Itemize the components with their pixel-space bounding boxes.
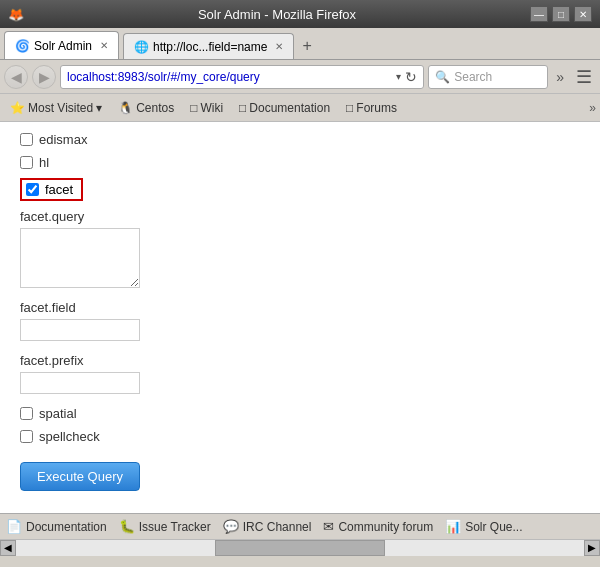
status-issue-tracker[interactable]: 🐛 Issue Tracker [119,519,211,534]
centos-label: Centos [136,101,174,115]
back-icon: ◀ [11,69,22,85]
scroll-track[interactable] [16,540,584,556]
scroll-thumb[interactable] [215,540,385,556]
documentation-status-label: Documentation [26,520,107,534]
community-label: Community forum [338,520,433,534]
execute-query-button[interactable]: Execute Query [20,462,140,491]
back-button[interactable]: ◀ [4,65,28,89]
search-bar[interactable]: 🔍 Search [428,65,548,89]
reload-button[interactable]: ↻ [405,69,417,85]
facet-label[interactable]: facet [45,182,73,197]
irc-icon: 💬 [223,519,239,534]
scroll-left-button[interactable]: ◀ [0,540,16,556]
statusbar: 📄 Documentation 🐛 Issue Tracker 💬 IRC Ch… [0,513,600,539]
facet-query-input[interactable] [20,228,140,288]
facet-prefix-label: facet.prefix [20,353,580,368]
facet-prefix-input[interactable] [20,372,140,394]
status-documentation[interactable]: 📄 Documentation [6,519,107,534]
irc-label: IRC Channel [243,520,312,534]
bookmarks-more-button[interactable]: » [589,101,596,115]
nav-menu-button[interactable]: ☰ [572,66,596,88]
facet-field-group: facet.field [20,300,580,341]
bookmarks-bar: ⭐ Most Visited ▾ 🐧 Centos □ Wiki □ Docum… [0,94,600,122]
documentation-status-icon: 📄 [6,519,22,534]
titlebar: 🦊 Solr Admin - Mozilla Firefox — □ ✕ [0,0,600,28]
hl-label[interactable]: hl [39,155,49,170]
tab-bar: 🌀 Solr Admin ✕ 🌐 http://loc...field=name… [0,28,600,60]
scroll-right-button[interactable]: ▶ [584,540,600,556]
bookmark-most-visited[interactable]: ⭐ Most Visited ▾ [4,99,108,117]
facet-highlighted-box: facet [20,178,83,201]
tab-icon-2: 🌐 [134,40,149,54]
status-irc-channel[interactable]: 💬 IRC Channel [223,519,312,534]
address-text: localhost:8983/solr/#/my_core/query [67,70,392,84]
tab-label: Solr Admin [34,39,92,53]
spatial-checkbox-row: spatial [20,406,580,421]
solr-que-icon: 📊 [445,519,461,534]
tab-field-name[interactable]: 🌐 http://loc...field=name ✕ [123,33,294,59]
forums-label: Forums [356,101,397,115]
content-panel: edismax hl facet facet.query facet.field… [0,122,600,513]
facet-prefix-group: facet.prefix [20,353,580,394]
status-solr-que[interactable]: 📊 Solr Que... [445,519,522,534]
search-icon: 🔍 [435,70,450,84]
most-visited-dropdown-icon: ▾ [96,101,102,115]
titlebar-left: 🦊 [8,7,24,22]
address-dropdown-icon[interactable]: ▾ [396,71,401,82]
tab-label-2: http://loc...field=name [153,40,267,54]
window-controls[interactable]: — □ ✕ [530,6,592,22]
address-bar[interactable]: localhost:8983/solr/#/my_core/query ▾ ↻ [60,65,424,89]
bookmark-centos[interactable]: 🐧 Centos [112,99,180,117]
spellcheck-checkbox-row: spellcheck [20,429,580,444]
minimize-button[interactable]: — [530,6,548,22]
wiki-icon: □ [190,101,197,115]
forums-icon: □ [346,101,353,115]
bookmark-forums[interactable]: □ Forums [340,99,403,117]
documentation-icon: □ [239,101,246,115]
forward-icon: ▶ [39,69,50,85]
nav-more-button[interactable]: » [552,69,568,85]
centos-icon: 🐧 [118,101,133,115]
tab-solr-admin[interactable]: 🌀 Solr Admin ✕ [4,31,119,59]
window-title: Solr Admin - Mozilla Firefox [24,7,530,22]
facet-field-label: facet.field [20,300,580,315]
issue-tracker-icon: 🐛 [119,519,135,534]
hl-checkbox-row: hl [20,155,580,170]
issue-tracker-label: Issue Tracker [139,520,211,534]
wiki-label: Wiki [200,101,223,115]
close-button[interactable]: ✕ [574,6,592,22]
spatial-checkbox[interactable] [20,407,33,420]
bookmark-wiki[interactable]: □ Wiki [184,99,229,117]
facet-query-group: facet.query [20,209,580,288]
edismax-label[interactable]: edismax [39,132,87,147]
tab-icon: 🌀 [15,39,30,53]
most-visited-icon: ⭐ [10,101,25,115]
search-placeholder: Search [454,70,492,84]
facet-field-input[interactable] [20,319,140,341]
tab-close-button-2[interactable]: ✕ [275,41,283,52]
bookmark-documentation[interactable]: □ Documentation [233,99,336,117]
navbar: ◀ ▶ localhost:8983/solr/#/my_core/query … [0,60,600,94]
spatial-label[interactable]: spatial [39,406,77,421]
edismax-checkbox-row: edismax [20,132,580,147]
most-visited-label: Most Visited [28,101,93,115]
facet-checkbox[interactable] [26,183,39,196]
solr-que-label: Solr Que... [465,520,522,534]
spellcheck-checkbox[interactable] [20,430,33,443]
community-icon: ✉ [323,519,334,534]
maximize-button[interactable]: □ [552,6,570,22]
hl-checkbox[interactable] [20,156,33,169]
status-community-forum[interactable]: ✉ Community forum [323,519,433,534]
horizontal-scrollbar[interactable]: ◀ ▶ [0,539,600,555]
facet-query-label: facet.query [20,209,580,224]
forward-button[interactable]: ▶ [32,65,56,89]
tab-close-button[interactable]: ✕ [100,40,108,51]
spellcheck-label[interactable]: spellcheck [39,429,100,444]
new-tab-button[interactable]: + [294,33,319,59]
documentation-label: Documentation [249,101,330,115]
edismax-checkbox[interactable] [20,133,33,146]
main-area: edismax hl facet facet.query facet.field… [0,122,600,513]
firefox-icon: 🦊 [8,7,24,22]
